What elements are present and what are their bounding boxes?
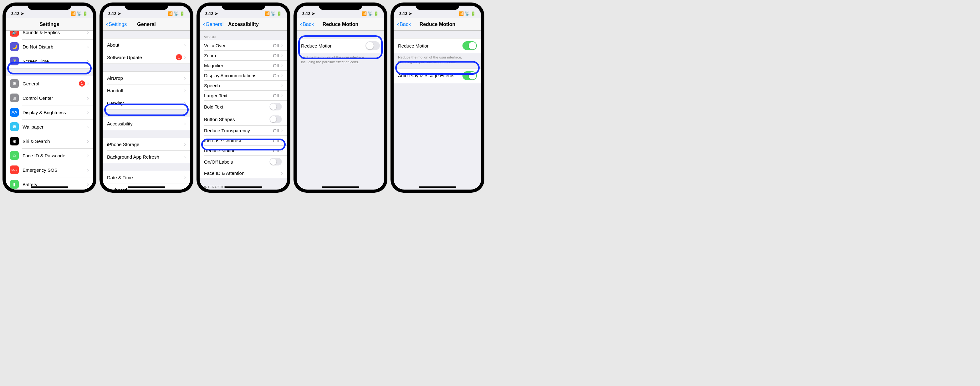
switch-toggle[interactable]: [269, 158, 282, 165]
chevron-right-icon: ›: [281, 92, 283, 98]
screen-accessibility: 3:12➤ 📶📡🔋 ‹General Accessibility VISION …: [200, 6, 287, 189]
app-icon: ⚙: [10, 79, 19, 88]
settings-row[interactable]: 🔊Sounds & Haptics›: [6, 31, 93, 40]
settings-row[interactable]: Accessibility›: [103, 117, 190, 130]
settings-row[interactable]: Handoff›: [103, 84, 190, 97]
wifi-icon: 📡: [465, 11, 470, 16]
home-indicator[interactable]: [418, 186, 456, 188]
row-reduce-motion[interactable]: Reduce Motion: [394, 38, 481, 53]
content[interactable]: About›Software Update1› AirDrop›Handoff›…: [103, 31, 190, 189]
switch-reduce-motion[interactable]: [463, 41, 477, 50]
row-label: Face ID & Passcode: [22, 153, 87, 158]
back-label: Back: [399, 22, 411, 27]
chevron-right-icon: ›: [281, 128, 283, 133]
settings-row[interactable]: MagnifierOff›: [200, 60, 287, 70]
chevron-right-icon: ›: [184, 121, 186, 126]
chevron-right-icon: ›: [87, 138, 89, 144]
chevron-left-icon: ‹: [300, 20, 302, 29]
settings-row[interactable]: On/Off Labels: [200, 156, 287, 168]
settings-row[interactable]: ❋Wallpaper›: [6, 119, 93, 134]
settings-row[interactable]: ☺Face ID & Passcode›: [6, 148, 93, 163]
chevron-right-icon: ›: [184, 187, 186, 189]
content[interactable]: VISION VoiceOverOff›ZoomOff›MagnifierOff…: [200, 31, 287, 189]
home-indicator[interactable]: [31, 186, 68, 188]
back-button[interactable]: ‹Back: [397, 20, 411, 29]
settings-row[interactable]: About›: [103, 38, 190, 51]
settings-row[interactable]: Bold Text: [200, 100, 287, 113]
row-label: Battery: [22, 182, 87, 187]
row-label: Software Update: [107, 55, 176, 60]
settings-row[interactable]: Larger TextOff›: [200, 91, 287, 100]
settings-row[interactable]: ⚙General1›: [6, 76, 93, 91]
location-icon: ➤: [118, 11, 121, 16]
app-icon: 🔊: [10, 31, 19, 37]
phone-4: 3:12➤ 📶📡🔋 ‹Back Reduce Motion Reduce Mot…: [293, 3, 387, 193]
location-icon: ➤: [215, 11, 218, 16]
settings-row[interactable]: Reduce MotionOff›: [200, 145, 287, 156]
switch-toggle[interactable]: [269, 103, 282, 110]
back-label: Settings: [108, 22, 127, 27]
switch-toggle[interactable]: [269, 116, 282, 123]
app-icon: SOS: [10, 165, 19, 174]
settings-row[interactable]: ZoomOff›: [200, 50, 287, 60]
home-indicator[interactable]: [225, 186, 262, 188]
chevron-right-icon: ›: [184, 100, 186, 106]
signal-icon: 📶: [71, 11, 76, 16]
screen-general: 3:12➤ 📶📡🔋 ‹Settings General About›Softwa…: [103, 6, 190, 189]
home-indicator[interactable]: [128, 186, 165, 188]
row-label: On/Off Labels: [204, 159, 269, 165]
settings-row[interactable]: Software Update1›: [103, 51, 190, 64]
back-button[interactable]: ‹General: [203, 20, 223, 29]
settings-row[interactable]: Increase ContrastOff›: [200, 135, 287, 145]
settings-row[interactable]: CarPlay›: [103, 97, 190, 109]
settings-row[interactable]: AADisplay & Brightness›: [6, 105, 93, 119]
signal-icon: 📶: [459, 11, 464, 16]
content[interactable]: Reduce Motion Reduce the motion of the u…: [297, 31, 384, 189]
content[interactable]: Reduce Motion Reduce the motion of the u…: [394, 31, 481, 189]
row-label: Emergency SOS: [22, 167, 87, 173]
row-label: Increase Contrast: [204, 138, 273, 143]
settings-row[interactable]: 🌙Do Not Disturb›: [6, 40, 93, 54]
nav-bar: ‹Back Reduce Motion: [394, 18, 481, 31]
chevron-right-icon: ›: [184, 87, 186, 93]
signal-icon: 📶: [265, 11, 270, 16]
content[interactable]: 🔊Sounds & Haptics›🌙Do Not Disturb›⏳Scree…: [6, 31, 93, 189]
settings-row[interactable]: Speech›: [200, 80, 287, 91]
settings-row[interactable]: Face ID & Attention›: [200, 168, 287, 178]
chevron-right-icon: ›: [87, 58, 89, 64]
settings-row[interactable]: ▮Battery›: [6, 177, 93, 189]
settings-row[interactable]: ⊞Control Center›: [6, 91, 93, 105]
status-right: 📶 📡 🔋: [71, 11, 88, 16]
row-auto-play-effects[interactable]: Auto-Play Message Effects: [394, 68, 481, 83]
row-reduce-motion[interactable]: Reduce Motion: [297, 38, 384, 53]
settings-row[interactable]: ◉Siri & Search›: [6, 134, 93, 148]
wifi-icon: 📡: [77, 11, 82, 16]
switch-auto-play[interactable]: [463, 71, 477, 80]
nav-title: Settings: [40, 22, 59, 27]
settings-row[interactable]: Display AccommodationsOn›: [200, 70, 287, 80]
back-button[interactable]: ‹Back: [300, 20, 314, 29]
settings-row[interactable]: iPhone Storage›: [103, 138, 190, 151]
nav-title: Reduce Motion: [420, 22, 456, 27]
settings-row[interactable]: Reduce TransparencyOff›: [200, 125, 287, 135]
back-button[interactable]: ‹Settings: [106, 20, 127, 29]
home-indicator[interactable]: [322, 186, 359, 188]
settings-row[interactable]: SOSEmergency SOS›: [6, 163, 93, 177]
settings-row[interactable]: AirDrop›: [103, 71, 190, 84]
settings-row[interactable]: Background App Refresh›: [103, 151, 190, 163]
row-label: Background App Refresh: [107, 154, 184, 159]
settings-row[interactable]: ⏳Screen Time›: [6, 54, 93, 68]
chevron-right-icon: ›: [184, 141, 186, 147]
notch: [27, 3, 72, 10]
settings-row[interactable]: Button Shapes: [200, 113, 287, 125]
chevron-right-icon: ›: [87, 31, 89, 35]
row-label: Reduce Motion: [301, 43, 366, 48]
switch-reduce-motion[interactable]: [366, 41, 380, 50]
settings-row[interactable]: VoiceOverOff›: [200, 40, 287, 50]
row-label: Zoom: [204, 53, 273, 58]
row-label: Reduce Transparency: [204, 128, 273, 133]
row-label: Handoff: [107, 88, 184, 93]
location-icon: ➤: [312, 11, 315, 16]
signal-icon: 📶: [168, 11, 173, 16]
settings-row[interactable]: Date & Time›: [103, 171, 190, 184]
